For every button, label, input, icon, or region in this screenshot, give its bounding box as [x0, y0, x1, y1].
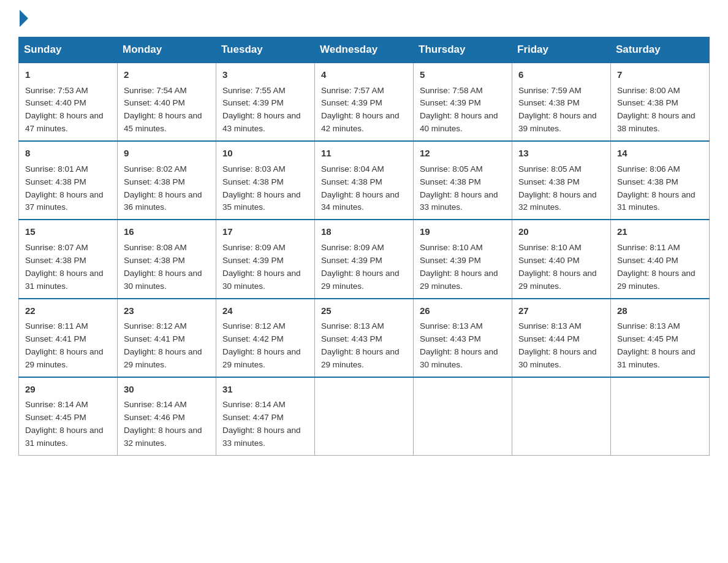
col-header-sunday: Sunday [19, 37, 118, 63]
calendar-day-cell: 15Sunrise: 8:07 AMSunset: 4:38 PMDayligh… [19, 220, 118, 298]
day-info: Sunrise: 8:04 AMSunset: 4:38 PMDaylight:… [321, 163, 407, 215]
calendar-day-cell [315, 377, 414, 456]
day-info: Sunrise: 8:07 AMSunset: 4:38 PMDaylight:… [25, 242, 111, 293]
day-number: 15 [25, 225, 111, 239]
day-info: Sunrise: 8:09 AMSunset: 4:39 PMDaylight:… [321, 242, 407, 293]
col-header-thursday: Thursday [414, 37, 512, 63]
day-info: Sunrise: 8:13 AMSunset: 4:44 PMDaylight:… [518, 320, 604, 372]
calendar-day-cell: 26Sunrise: 8:13 AMSunset: 4:43 PMDayligh… [414, 299, 512, 377]
day-info: Sunrise: 8:12 AMSunset: 4:42 PMDaylight:… [222, 320, 308, 372]
day-info: Sunrise: 7:53 AMSunset: 4:40 PMDaylight:… [25, 85, 111, 136]
day-number: 9 [124, 147, 210, 161]
calendar-day-cell: 5Sunrise: 7:58 AMSunset: 4:39 PMDaylight… [414, 63, 512, 141]
calendar-day-cell: 9Sunrise: 8:02 AMSunset: 4:38 PMDaylight… [118, 141, 216, 220]
day-number: 14 [617, 147, 703, 161]
day-number: 26 [420, 304, 506, 318]
day-number: 4 [321, 68, 407, 82]
logo-arrow-icon [20, 10, 28, 27]
calendar-day-cell: 24Sunrise: 8:12 AMSunset: 4:42 PMDayligh… [216, 299, 315, 377]
day-number: 17 [222, 225, 308, 239]
col-header-friday: Friday [512, 37, 611, 63]
day-number: 19 [420, 225, 506, 239]
day-number: 16 [124, 225, 210, 239]
calendar-header-row: SundayMondayTuesdayWednesdayThursdayFrid… [19, 37, 710, 63]
day-number: 27 [518, 304, 604, 318]
day-info: Sunrise: 8:14 AMSunset: 4:45 PMDaylight:… [25, 399, 111, 450]
day-number: 23 [124, 304, 210, 318]
calendar-day-cell: 25Sunrise: 8:13 AMSunset: 4:43 PMDayligh… [315, 299, 414, 377]
day-info: Sunrise: 8:09 AMSunset: 4:39 PMDaylight:… [222, 242, 308, 293]
calendar-day-cell: 21Sunrise: 8:11 AMSunset: 4:40 PMDayligh… [611, 220, 710, 298]
day-info: Sunrise: 7:55 AMSunset: 4:39 PMDaylight:… [222, 85, 308, 136]
day-info: Sunrise: 7:57 AMSunset: 4:39 PMDaylight:… [321, 85, 407, 136]
calendar-day-cell: 18Sunrise: 8:09 AMSunset: 4:39 PMDayligh… [315, 220, 414, 298]
day-info: Sunrise: 8:14 AMSunset: 4:47 PMDaylight:… [222, 399, 308, 450]
col-header-saturday: Saturday [611, 37, 710, 63]
day-number: 20 [518, 225, 604, 239]
day-number: 2 [124, 68, 210, 82]
calendar-day-cell: 16Sunrise: 8:08 AMSunset: 4:38 PMDayligh… [118, 220, 216, 298]
day-number: 7 [617, 68, 703, 82]
col-header-wednesday: Wednesday [315, 37, 414, 63]
calendar-table: SundayMondayTuesdayWednesdayThursdayFrid… [18, 37, 710, 456]
day-number: 31 [222, 383, 308, 397]
day-info: Sunrise: 8:08 AMSunset: 4:38 PMDaylight:… [124, 242, 210, 293]
day-info: Sunrise: 7:59 AMSunset: 4:38 PMDaylight:… [518, 85, 604, 136]
day-number: 30 [124, 383, 210, 397]
day-number: 5 [420, 68, 506, 82]
calendar-day-cell: 14Sunrise: 8:06 AMSunset: 4:38 PMDayligh… [611, 141, 710, 220]
day-info: Sunrise: 8:10 AMSunset: 4:39 PMDaylight:… [420, 242, 506, 293]
calendar-week-row: 8Sunrise: 8:01 AMSunset: 4:38 PMDaylight… [19, 141, 710, 220]
day-info: Sunrise: 8:12 AMSunset: 4:41 PMDaylight:… [124, 320, 210, 372]
calendar-day-cell: 28Sunrise: 8:13 AMSunset: 4:45 PMDayligh… [611, 299, 710, 377]
logo [18, 12, 28, 25]
calendar-week-row: 15Sunrise: 8:07 AMSunset: 4:38 PMDayligh… [19, 220, 710, 298]
day-number: 1 [25, 68, 111, 82]
calendar-week-row: 1Sunrise: 7:53 AMSunset: 4:40 PMDaylight… [19, 63, 710, 141]
day-number: 18 [321, 225, 407, 239]
day-info: Sunrise: 8:10 AMSunset: 4:40 PMDaylight:… [518, 242, 604, 293]
day-number: 28 [617, 304, 703, 318]
calendar-day-cell: 19Sunrise: 8:10 AMSunset: 4:39 PMDayligh… [414, 220, 512, 298]
calendar-day-cell: 31Sunrise: 8:14 AMSunset: 4:47 PMDayligh… [216, 377, 315, 456]
day-info: Sunrise: 8:11 AMSunset: 4:40 PMDaylight:… [617, 242, 703, 293]
page-header [18, 12, 710, 25]
day-number: 10 [222, 147, 308, 161]
day-number: 3 [222, 68, 308, 82]
day-number: 22 [25, 304, 111, 318]
calendar-day-cell: 13Sunrise: 8:05 AMSunset: 4:38 PMDayligh… [512, 141, 611, 220]
day-info: Sunrise: 8:06 AMSunset: 4:38 PMDaylight:… [617, 163, 703, 215]
day-info: Sunrise: 8:13 AMSunset: 4:43 PMDaylight:… [420, 320, 506, 372]
calendar-day-cell: 17Sunrise: 8:09 AMSunset: 4:39 PMDayligh… [216, 220, 315, 298]
calendar-day-cell: 30Sunrise: 8:14 AMSunset: 4:46 PMDayligh… [118, 377, 216, 456]
col-header-monday: Monday [118, 37, 216, 63]
day-number: 6 [518, 68, 604, 82]
calendar-day-cell: 7Sunrise: 8:00 AMSunset: 4:38 PMDaylight… [611, 63, 710, 141]
day-number: 11 [321, 147, 407, 161]
day-number: 29 [25, 383, 111, 397]
day-number: 21 [617, 225, 703, 239]
day-info: Sunrise: 8:01 AMSunset: 4:38 PMDaylight:… [25, 163, 111, 215]
day-info: Sunrise: 8:05 AMSunset: 4:38 PMDaylight:… [420, 163, 506, 215]
calendar-day-cell: 23Sunrise: 8:12 AMSunset: 4:41 PMDayligh… [118, 299, 216, 377]
calendar-day-cell: 3Sunrise: 7:55 AMSunset: 4:39 PMDaylight… [216, 63, 315, 141]
day-info: Sunrise: 8:02 AMSunset: 4:38 PMDaylight:… [124, 163, 210, 215]
day-number: 13 [518, 147, 604, 161]
calendar-day-cell: 8Sunrise: 8:01 AMSunset: 4:38 PMDaylight… [19, 141, 118, 220]
calendar-day-cell [414, 377, 512, 456]
calendar-day-cell [611, 377, 710, 456]
day-number: 24 [222, 304, 308, 318]
day-number: 8 [25, 147, 111, 161]
calendar-week-row: 22Sunrise: 8:11 AMSunset: 4:41 PMDayligh… [19, 299, 710, 377]
calendar-day-cell: 10Sunrise: 8:03 AMSunset: 4:38 PMDayligh… [216, 141, 315, 220]
day-info: Sunrise: 8:11 AMSunset: 4:41 PMDaylight:… [25, 320, 111, 372]
calendar-day-cell: 6Sunrise: 7:59 AMSunset: 4:38 PMDaylight… [512, 63, 611, 141]
calendar-day-cell: 4Sunrise: 7:57 AMSunset: 4:39 PMDaylight… [315, 63, 414, 141]
calendar-day-cell: 29Sunrise: 8:14 AMSunset: 4:45 PMDayligh… [19, 377, 118, 456]
calendar-day-cell [512, 377, 611, 456]
day-info: Sunrise: 8:03 AMSunset: 4:38 PMDaylight:… [222, 163, 308, 215]
calendar-day-cell: 12Sunrise: 8:05 AMSunset: 4:38 PMDayligh… [414, 141, 512, 220]
calendar-day-cell: 27Sunrise: 8:13 AMSunset: 4:44 PMDayligh… [512, 299, 611, 377]
day-number: 25 [321, 304, 407, 318]
day-info: Sunrise: 7:54 AMSunset: 4:40 PMDaylight:… [124, 85, 210, 136]
